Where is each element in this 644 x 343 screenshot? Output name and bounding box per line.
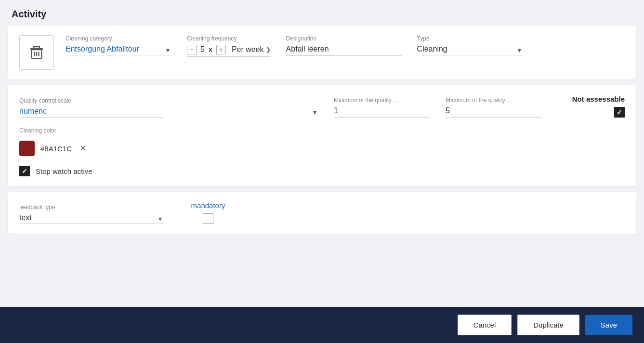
per-week-wrapper: Per week ❯ (232, 45, 271, 54)
color-swatch[interactable] (19, 141, 35, 156)
stopwatch-row: Stop watch active (19, 166, 625, 176)
color-row: Cleaning color #8A1C1C ✕ (19, 127, 625, 156)
activity-card-inner: Cleaning category Entsorgung Abfalltour … (19, 35, 625, 70)
cleaning-category-select[interactable]: Entsorgung Abfalltour (66, 45, 171, 55)
mandatory-checkbox[interactable] (203, 213, 213, 224)
activity-fields: Cleaning category Entsorgung Abfalltour … (66, 35, 625, 57)
feedback-type-select-wrapper: text ▾ (19, 213, 164, 224)
cleaning-category-label: Cleaning category (66, 35, 171, 42)
cancel-button[interactable]: Cancel (458, 315, 512, 335)
feedback-type-label: feedback type (19, 204, 164, 211)
quality-scale-select-wrapper: numeric ▾ (19, 107, 318, 118)
cleaning-category-group: Cleaning category Entsorgung Abfalltour … (66, 35, 171, 55)
frequency-minus-button[interactable]: − (187, 45, 197, 54)
cleaning-frequency-group: Cleaning frequency − 5 x + Per week ❯ (187, 35, 271, 57)
color-value-row: #8A1C1C ✕ (19, 141, 625, 156)
type-group: Type Cleaning ▾ (417, 35, 523, 55)
not-assessable-label: Not assessable (572, 95, 625, 103)
max-quality-group: Maximum of the quality... (446, 97, 542, 118)
trash-icon-box (19, 35, 54, 70)
frequency-value: 5 (200, 45, 205, 54)
quality-scale-group: Quality control scale numeric ▾ (19, 97, 318, 118)
cleaning-category-select-wrapper: Entsorgung Abfalltour ▾ (66, 45, 171, 55)
frequency-plus-button[interactable]: + (216, 45, 226, 54)
min-quality-group: Minimum of the quality ... (334, 97, 430, 118)
mandatory-group: mandatory (179, 201, 237, 224)
feedback-type-select[interactable]: text (19, 213, 164, 224)
not-assessable-group: Not assessable (557, 95, 625, 118)
save-button[interactable]: Save (585, 315, 632, 335)
cleaning-color-label: Cleaning color (19, 127, 625, 134)
designation-value: Abfall leeren (286, 45, 402, 56)
designation-label: Designation (286, 35, 402, 42)
type-select[interactable]: Cleaning (417, 45, 523, 55)
duplicate-button[interactable]: Duplicate (517, 315, 579, 335)
quality-scale-label: Quality control scale (19, 97, 318, 104)
page-title: Activity (0, 0, 644, 26)
quality-scale-select[interactable]: numeric (19, 107, 164, 118)
designation-group: Designation Abfall leeren (286, 35, 402, 56)
feedback-card: feedback type text ▾ mandatory (8, 192, 636, 234)
frequency-control: − 5 x + Per week ❯ (187, 45, 271, 57)
clear-color-button[interactable]: ✕ (78, 143, 89, 154)
quality-card: Quality control scale numeric ▾ Minimum … (8, 85, 636, 186)
not-assessable-checkbox[interactable] (614, 107, 625, 118)
cleaning-frequency-label: Cleaning frequency (187, 35, 271, 42)
feedback-type-group: feedback type text ▾ (19, 204, 164, 224)
per-week-text: Per week (232, 45, 264, 54)
type-select-wrapper: Cleaning ▾ (417, 45, 523, 55)
per-week-chevron-icon: ❯ (266, 46, 271, 53)
frequency-x-label: x (209, 45, 212, 54)
max-quality-label: Maximum of the quality... (446, 97, 542, 104)
stopwatch-checkbox[interactable] (19, 166, 30, 176)
footer: Cancel Duplicate Save (0, 307, 644, 343)
quality-chevron-down-icon: ▾ (313, 108, 316, 116)
quality-row: Quality control scale numeric ▾ Minimum … (19, 95, 625, 118)
activity-info-card: Cleaning category Entsorgung Abfalltour … (8, 26, 636, 79)
mandatory-label: mandatory (191, 201, 225, 210)
min-quality-label: Minimum of the quality ... (334, 97, 430, 104)
max-quality-input[interactable] (446, 106, 542, 118)
min-quality-input[interactable] (334, 106, 430, 118)
stopwatch-label: Stop watch active (36, 167, 92, 175)
trash-icon (28, 44, 45, 61)
type-label: Type (417, 35, 523, 42)
color-hex-value: #8A1C1C (40, 145, 72, 153)
